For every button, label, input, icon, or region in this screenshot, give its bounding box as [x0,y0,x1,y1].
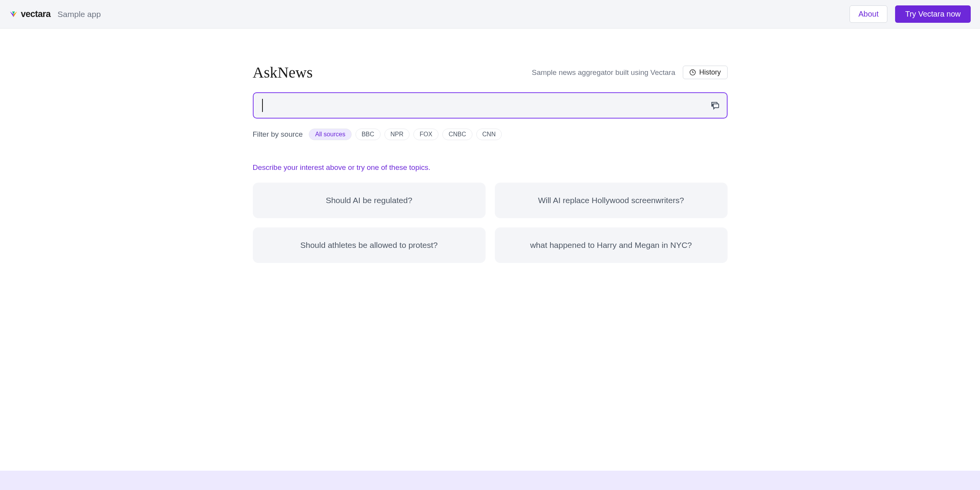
search-input[interactable] [253,92,728,119]
topic-card[interactable]: Should AI be regulated? [253,183,486,218]
logo-text: vectara [21,9,51,19]
history-label: History [699,68,721,76]
title-right: Sample news aggregator built using Vecta… [532,66,728,79]
content-container: AskNews Sample news aggregator built usi… [245,63,735,263]
try-vectara-button[interactable]: Try Vectara now [895,5,971,23]
topic-card[interactable]: Will AI replace Hollywood screenwriters? [495,183,728,218]
topics-grid: Should AI be regulated? Will AI replace … [253,183,728,263]
filter-pill-all-sources[interactable]: All sources [309,129,351,140]
title-row: AskNews Sample news aggregator built usi… [253,63,728,81]
text-cursor [262,99,263,112]
app-header: vectara Sample app About Try Vectara now [0,0,980,29]
filter-pills: All sources BBC NPR FOX CNBC CNN [309,129,502,140]
about-button[interactable]: About [850,5,887,23]
main-content: AskNews Sample news aggregator built usi… [0,29,980,471]
filter-label: Filter by source [253,130,303,139]
clock-icon [689,69,696,76]
footer [0,471,980,490]
chat-icon[interactable] [711,101,720,110]
filter-pill-npr[interactable]: NPR [384,129,410,140]
filter-pill-fox[interactable]: FOX [413,129,438,140]
svg-rect-2 [713,104,719,108]
header-left: vectara Sample app [9,9,101,19]
logo[interactable]: vectara [9,9,51,19]
history-button[interactable]: History [683,66,727,79]
page-subtitle: Sample news aggregator built using Vecta… [532,68,675,77]
sample-app-label: Sample app [58,10,101,19]
vectara-logo-icon [9,10,18,19]
header-right: About Try Vectara now [850,5,971,23]
filter-row: Filter by source All sources BBC NPR FOX… [253,129,728,140]
page-title: AskNews [253,63,313,81]
describe-prompt: Describe your interest above or try one … [253,163,728,172]
topic-card[interactable]: what happened to Harry and Megan in NYC? [495,227,728,263]
search-box [253,92,728,119]
filter-pill-bbc[interactable]: BBC [355,129,381,140]
filter-pill-cnbc[interactable]: CNBC [442,129,472,140]
filter-pill-cnn[interactable]: CNN [476,129,502,140]
topic-card[interactable]: Should athletes be allowed to protest? [253,227,486,263]
